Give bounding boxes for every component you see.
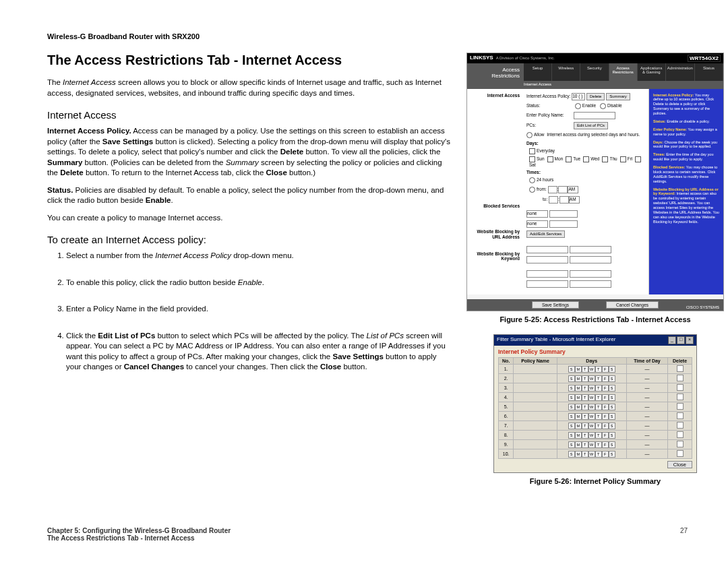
url-block-2[interactable]: [570, 246, 611, 253]
day-sun-checkbox[interactable]: [529, 156, 535, 162]
url-block-1[interactable]: [526, 246, 568, 253]
summary-close-button[interactable]: Close: [667, 461, 692, 468]
brand-logo: LINKSYS: [470, 55, 493, 61]
tab-setup[interactable]: Setup: [524, 63, 552, 81]
policy-name-input[interactable]: [574, 112, 615, 119]
summary-button[interactable]: Summary: [606, 93, 630, 100]
summary-row: 6.SMTWTFS—: [499, 412, 692, 421]
create-paragraph: You can create a policy to manage Intern…: [47, 213, 452, 224]
form-side-labels: Internet Access Blocked Services Website…: [467, 89, 524, 294]
tab-security[interactable]: Security: [580, 63, 609, 81]
day-thu-checkbox[interactable]: [602, 156, 608, 162]
section-internet-access: Internet Access: [47, 109, 452, 121]
tab-status[interactable]: Status: [695, 63, 723, 81]
time-24h-radio[interactable]: [529, 177, 535, 183]
footer-chapter: Chapter 5: Configuring the Wireless-G Br…: [47, 527, 231, 534]
router-form-area: Internet Access Policy: 10 ( ) Delete Su…: [524, 89, 649, 294]
allow-radio[interactable]: [526, 132, 533, 138]
intro-paragraph: The Internet Access screen allows you to…: [47, 77, 452, 98]
summary-heading: Internet Policy Summary: [498, 348, 692, 355]
delete-checkbox[interactable]: [677, 403, 684, 410]
footer-page-number: 27: [680, 527, 688, 534]
summary-row: 7.SMTWTFS—: [499, 421, 692, 431]
delete-checkbox[interactable]: [677, 375, 684, 381]
delete-checkbox[interactable]: [677, 431, 684, 438]
steps-list: Select a number from the Internet Access…: [47, 251, 452, 373]
keyword-block-2[interactable]: [570, 270, 611, 278]
footer-section: The Access Restrictions Tab - Internet A…: [47, 534, 688, 542]
policy-dropdown[interactable]: 10 ( ): [572, 93, 585, 100]
figure-5-25-caption: Figure 5-25: Access Restrictions Tab - I…: [466, 315, 724, 323]
keyword-block-4[interactable]: [570, 280, 611, 288]
tab-administration[interactable]: Administration: [666, 63, 695, 81]
step-3: Enter a Policy Name in the field provide…: [66, 304, 452, 315]
day-mon-checkbox[interactable]: [547, 156, 553, 162]
keyword-block-1[interactable]: [526, 270, 568, 278]
summary-row: 2.SMTWTFS—: [499, 374, 692, 383]
from-min-input[interactable]: [558, 186, 568, 193]
summary-row: 3.SMTWTFS—: [499, 383, 692, 393]
summary-table: No.Policy NameDaysTime of DayDelete 1.SM…: [498, 357, 692, 459]
main-text-column: The Access Restrictions Tab - Internet A…: [47, 53, 452, 496]
day-everyday-checkbox[interactable]: [529, 148, 535, 154]
time-range-radio[interactable]: [529, 187, 535, 193]
to-hour-input[interactable]: [549, 196, 558, 204]
minimize-icon[interactable]: _: [668, 336, 676, 344]
url-block-3[interactable]: [526, 256, 568, 263]
figure-5-26: Filter Summary Table - Microsoft Interne…: [493, 334, 697, 473]
brand-tagline: A Division of Cisco Systems, Inc.: [496, 56, 555, 60]
figure-5-26-caption: Figure 5-26: Internet Policy Summary: [466, 477, 724, 485]
delete-checkbox[interactable]: [677, 450, 684, 457]
cisco-logo-text: CISCO SYSTEMS: [686, 305, 719, 309]
summary-row: 10.SMTWTFS—: [499, 449, 692, 459]
step-4: Click the Edit List of PCs button to sel…: [66, 331, 452, 373]
doc-header: Wireless-G Broadband Router with SRX200: [47, 32, 688, 40]
url-block-4[interactable]: [570, 256, 611, 263]
model-label: WRT54GX2: [688, 55, 721, 62]
policy-paragraph: Internet Access Policy. Access can be ma…: [47, 126, 452, 179]
summary-row: 5.SMTWTFS—: [499, 402, 692, 412]
summary-row: 9.SMTWTFS—: [499, 440, 692, 449]
day-sat-checkbox[interactable]: [635, 156, 641, 162]
summary-row: 8.SMTWTFS—: [499, 431, 692, 440]
from-ampm[interactable]: AM: [568, 186, 578, 193]
tab-access-restrictions[interactable]: Access Restrictions: [609, 63, 638, 81]
save-settings-button[interactable]: Save Settings: [532, 301, 579, 309]
section-howto: To create an Internet Access policy:: [47, 234, 452, 245]
summary-row: 4.SMTWTFS—: [499, 393, 692, 402]
keyword-block-3[interactable]: [526, 280, 568, 288]
to-min-input[interactable]: [559, 196, 569, 204]
delete-checkbox[interactable]: [677, 412, 684, 419]
subnav-internet-access: Internet Access: [467, 81, 723, 89]
page-title: The Access Restrictions Tab - Internet A…: [47, 53, 452, 68]
day-tue-checkbox[interactable]: [566, 156, 572, 162]
close-icon[interactable]: ×: [686, 336, 694, 344]
from-hour-input[interactable]: [548, 186, 557, 193]
status-paragraph: Status. Policies are disabled by default…: [47, 185, 452, 206]
to-ampm[interactable]: AM: [569, 196, 580, 204]
maximize-icon[interactable]: □: [677, 336, 685, 344]
status-disable-radio[interactable]: [600, 103, 606, 109]
blocked-service-1[interactable]: none: [526, 210, 548, 218]
blocked-service-2[interactable]: none: [526, 220, 548, 228]
cancel-changes-button[interactable]: Cancel Changes: [606, 301, 659, 309]
tab-wireless[interactable]: Wireless: [552, 63, 580, 81]
help-sidebar: Internet Access Policy: You may define u…: [649, 89, 723, 294]
window-title: Filter Summary Table - Microsoft Interne…: [497, 336, 615, 344]
status-enable-radio[interactable]: [575, 103, 581, 109]
step-1: Select a number from the Internet Access…: [66, 251, 452, 261]
edit-list-pcs-button[interactable]: Edit List of PCs: [574, 122, 608, 129]
tab-applications-gaming[interactable]: Applications & Gaming: [638, 63, 666, 81]
add-edit-services-button[interactable]: Add/Edit Services: [526, 230, 565, 238]
delete-checkbox[interactable]: [677, 394, 684, 400]
delete-button[interactable]: Delete: [586, 93, 605, 100]
figure-5-25: LINKSYSA Division of Cisco Systems, Inc.…: [466, 53, 724, 311]
day-fri-checkbox[interactable]: [620, 156, 626, 162]
delete-checkbox[interactable]: [677, 365, 684, 372]
delete-checkbox[interactable]: [677, 384, 684, 391]
delete-checkbox[interactable]: [677, 441, 684, 447]
day-wed-checkbox[interactable]: [583, 156, 589, 162]
summary-row: 1.SMTWTFS—: [499, 365, 692, 374]
delete-checkbox[interactable]: [677, 422, 684, 429]
figures-column: LINKSYSA Division of Cisco Systems, Inc.…: [466, 53, 724, 496]
